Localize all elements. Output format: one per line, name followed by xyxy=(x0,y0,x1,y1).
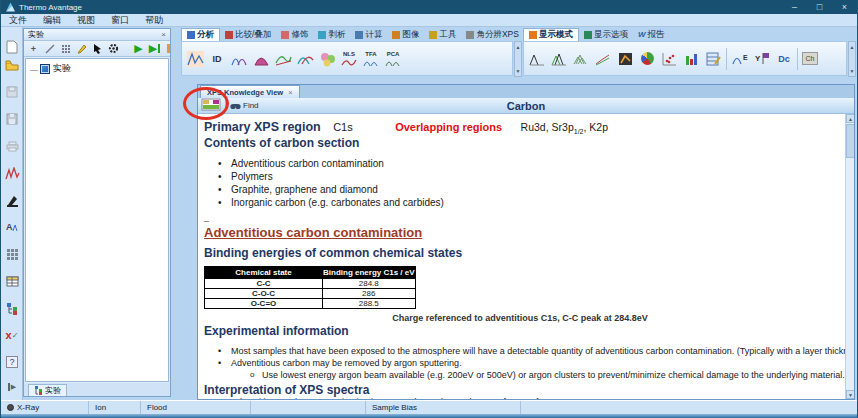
image-tab-icon xyxy=(392,31,400,39)
bar-chart-icon[interactable] xyxy=(682,48,700,70)
pie-chart-icon[interactable] xyxy=(638,48,656,70)
grid-view-icon[interactable] xyxy=(4,246,20,262)
new-document-icon[interactable] xyxy=(4,39,20,55)
multi-trace-plot-icon[interactable] xyxy=(594,48,612,70)
stacked-plot-icon[interactable] xyxy=(550,48,568,70)
smart-fit-icon[interactable] xyxy=(296,48,314,70)
experiment-toolbar: + ▶ ▶ ■ ! xyxy=(24,41,170,57)
tools-tab-icon xyxy=(429,31,437,39)
table-view-icon[interactable] xyxy=(4,273,20,289)
menu-help[interactable]: 帮助 xyxy=(137,14,171,27)
status-flood: Flood xyxy=(141,401,251,414)
background-subtract-icon[interactable] xyxy=(274,48,292,70)
arxps-tab-icon xyxy=(466,31,474,39)
app-logo-icon xyxy=(6,3,15,12)
report-table-icon[interactable] xyxy=(704,48,722,70)
dc-display-icon[interactable]: Dc xyxy=(775,48,793,70)
primary-region-label: Primary XPS region xyxy=(204,120,321,134)
pca-icon[interactable]: PCA xyxy=(384,48,402,70)
toolbar-overflow-handle[interactable]: ▲▼ xyxy=(514,41,522,77)
tfa-icon[interactable]: TFA xyxy=(362,48,380,70)
help-icon[interactable]: ? xyxy=(4,354,20,370)
nls-fitting-icon[interactable]: NLS xyxy=(340,48,358,70)
tab-display-options[interactable]: 显示选项 xyxy=(579,28,633,41)
experiment-bottom-tab-label: 实验 xyxy=(45,385,61,396)
tab-modify[interactable]: 修饰 xyxy=(276,28,313,41)
scrollbar-thumb[interactable] xyxy=(846,124,854,158)
status-xray: X-Ray xyxy=(1,401,89,414)
survey-scan-icon[interactable] xyxy=(186,48,204,70)
tab-compare-overlay[interactable]: 比较/叠加 xyxy=(220,28,276,41)
experiment-panel-close-icon[interactable]: × xyxy=(161,30,166,39)
scroll-down-icon[interactable]: ▼ xyxy=(846,390,854,399)
left-icon-strip: A x✓ ? ▶ xyxy=(1,27,23,400)
line-tool-icon[interactable] xyxy=(43,42,56,55)
scroll-up-icon[interactable]: ▲ xyxy=(846,114,854,123)
energy-scale-icon[interactable]: E xyxy=(731,48,749,70)
document-tab-close-icon[interactable]: × xyxy=(288,88,292,97)
tab-display-mode[interactable]: 显示模式 xyxy=(523,28,579,41)
pause-icon[interactable] xyxy=(164,42,170,55)
pointer-icon[interactable] xyxy=(91,42,104,55)
experimental-subbullet: Use lowest energy argon beam available (… xyxy=(262,370,845,380)
open-folder-icon[interactable] xyxy=(4,57,20,73)
adventitious-heading: Adventitious carbon contamination xyxy=(204,225,422,240)
collapse-panel-icon[interactable]: ▶ xyxy=(4,379,20,395)
peak-id-icon[interactable]: ID xyxy=(208,48,226,70)
tab-analysis[interactable]: 分析 xyxy=(181,28,220,41)
processing-icon[interactable] xyxy=(4,192,20,208)
view-spectra-icon[interactable] xyxy=(4,165,20,181)
delete-item-icon[interactable]: x✓ xyxy=(4,327,20,343)
primary-region-row: Primary XPS region C1s Overlapping regio… xyxy=(204,117,608,135)
experiment-tree-icon[interactable] xyxy=(4,300,20,316)
contents-bullet-2: Polymers xyxy=(231,171,273,182)
minimize-button[interactable]: – xyxy=(782,2,807,12)
points-grid-icon[interactable] xyxy=(59,42,72,55)
vertical-scrollbar[interactable]: ▲ ▼ xyxy=(845,114,854,399)
experiment-bottom-tab[interactable]: 实验 xyxy=(28,384,67,396)
tab-profiling[interactable]: 剥析 xyxy=(313,28,350,41)
settings-gear-icon[interactable] xyxy=(107,42,120,55)
menu-edit[interactable]: 编辑 xyxy=(35,14,69,27)
tab-angle-resolved-xps[interactable]: 角分辨XPS xyxy=(461,28,524,41)
compare-tab-icon xyxy=(225,31,233,39)
table-row: O-C=O288.5 xyxy=(205,299,416,309)
analysis-tab-icon xyxy=(187,31,195,39)
single-plot-icon[interactable] xyxy=(528,48,546,70)
channel-icon[interactable]: Ch xyxy=(802,52,818,65)
page-title: Carbon xyxy=(198,100,854,112)
print-icon[interactable] xyxy=(4,138,20,154)
tab-image[interactable]: 图像 xyxy=(387,28,424,41)
save-all-icon[interactable] xyxy=(4,84,20,100)
charge-reference-note: Charge referenced to adventitious C1s, C… xyxy=(198,313,842,323)
tab-tools[interactable]: 工具 xyxy=(424,28,461,41)
overlapping-regions-label: Overlapping regions xyxy=(395,121,502,133)
peak-fit-icon[interactable] xyxy=(230,48,248,70)
tab-report[interactable]: W报告 xyxy=(633,28,670,41)
status-sample-bias: Sample Bias xyxy=(366,401,521,414)
save-icon[interactable] xyxy=(4,111,20,127)
contents-bullet-4: Inorganic carbon (e.g. carbonates and ca… xyxy=(231,197,444,208)
maximize-button[interactable]: □ xyxy=(807,2,832,12)
add-peak-icon[interactable] xyxy=(252,48,270,70)
overlapping-regions-value: Ru3d, Sr3p1/2, K2p xyxy=(521,121,608,133)
run-icon[interactable]: ▶ xyxy=(132,42,145,55)
elements-cluster-icon[interactable] xyxy=(318,48,336,70)
table-row: C-C284.8 xyxy=(205,279,416,289)
scatter-plot-icon[interactable] xyxy=(660,48,678,70)
annotate-icon[interactable]: A xyxy=(4,219,20,235)
display-toolbar: E Y Dc Ch xyxy=(523,41,847,76)
menu-window[interactable]: 窗口 xyxy=(103,14,137,27)
close-button[interactable]: × xyxy=(832,2,857,12)
toolbar-overflow-handle-2[interactable]: ▲▼ xyxy=(848,41,856,77)
add-icon[interactable]: + xyxy=(27,42,40,55)
waterfall-3d-icon[interactable] xyxy=(616,48,634,70)
axis-flag-icon[interactable]: Y xyxy=(753,48,771,70)
tab-calculate[interactable]: 计算 xyxy=(350,28,387,41)
menu-file[interactable]: 文件 xyxy=(1,14,35,27)
edit-pencil-icon[interactable] xyxy=(75,42,88,55)
menu-view[interactable]: 视图 xyxy=(69,14,103,27)
tree-item-experiment[interactable]: 实验 xyxy=(40,62,71,75)
run-step-icon[interactable]: ▶ xyxy=(148,42,161,55)
overlay-plot-icon[interactable] xyxy=(572,48,590,70)
